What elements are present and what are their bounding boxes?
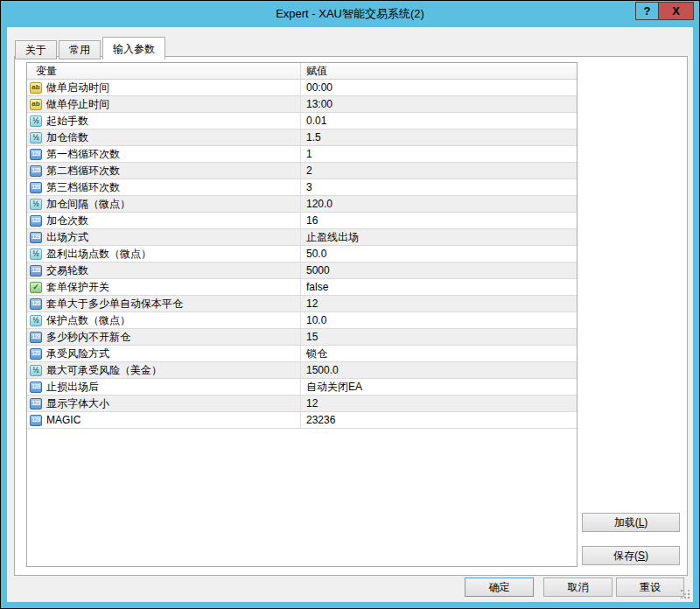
param-label: 套单大于多少单自动保本平仓: [46, 297, 183, 312]
param-label: 加仓倍数: [46, 130, 88, 145]
param-value[interactable]: 2: [300, 163, 577, 178]
param-label: 加仓间隔（微点）: [46, 197, 130, 212]
integer-icon: 123: [30, 182, 42, 193]
param-label: MAGIC: [46, 414, 80, 426]
param-value[interactable]: 止盈线出场: [300, 229, 577, 245]
param-value[interactable]: 3: [300, 179, 577, 195]
double-icon: ½: [30, 116, 42, 127]
param-value[interactable]: 1: [300, 146, 577, 162]
param-label: 起始手数: [46, 114, 88, 129]
close-button[interactable]: X: [658, 2, 694, 20]
param-value[interactable]: 自动关闭EA: [300, 379, 577, 395]
param-label: 显示字体大小: [46, 396, 109, 411]
string-icon: ab: [30, 82, 42, 94]
param-row[interactable]: ab 做单停止时间 13:00: [27, 96, 577, 113]
param-label: 最大可承受风险（美金）: [46, 363, 162, 378]
param-label: 盈利出场点数（微点）: [46, 247, 151, 262]
param-value[interactable]: 16: [300, 213, 577, 228]
tab-strip: 关于 常用 输入参数: [15, 37, 167, 60]
param-value[interactable]: 1.5: [300, 130, 577, 145]
param-row[interactable]: 123 第三档循环次数 3: [27, 179, 577, 196]
load-button[interactable]: 加载(L): [582, 513, 680, 532]
param-value[interactable]: 13:00: [300, 96, 577, 112]
tab-common[interactable]: 常用: [59, 40, 101, 60]
parameters-table: 变量 赋值 ab 做单启动时间 00:00 ab 做单停止时间 13:00 ½ …: [26, 62, 578, 567]
param-row[interactable]: ½ 盈利出场点数（微点） 50.0: [27, 246, 577, 262]
table-header: 变量 赋值: [27, 63, 577, 80]
param-label: 做单启动时间: [46, 80, 109, 95]
integer-icon: 123: [30, 215, 42, 227]
param-row[interactable]: 123 套单大于多少单自动保本平仓 12: [27, 296, 577, 312]
param-row[interactable]: ½ 保护点数（微点） 10.0: [27, 312, 577, 329]
param-value[interactable]: 0.01: [300, 113, 577, 129]
param-value[interactable]: 15: [300, 329, 577, 345]
param-value[interactable]: false: [300, 279, 577, 295]
param-value[interactable]: 12: [300, 296, 577, 312]
param-row[interactable]: 123 MAGIC 23236: [27, 412, 577, 429]
reset-button[interactable]: 重设: [616, 578, 684, 597]
param-label: 第二档循环次数: [46, 164, 120, 178]
param-value[interactable]: 1500.0: [300, 362, 577, 378]
param-label: 保护点数（微点）: [46, 313, 130, 328]
param-label: 第一档循环次数: [46, 147, 120, 162]
param-row[interactable]: ✓ 套单保护开关 false: [27, 279, 577, 296]
title-bar[interactable]: Expert - XAU智能交易系统(2) ? X: [1, 1, 699, 27]
column-header-value: 赋值: [300, 63, 577, 79]
inputs-tab-page: 变量 赋值 ab 做单启动时间 00:00 ab 做单停止时间 13:00 ½ …: [14, 56, 688, 576]
param-label: 套单保护开关: [46, 280, 109, 295]
save-button[interactable]: 保存(S): [582, 546, 680, 565]
param-row[interactable]: 123 交易轮数 5000: [27, 262, 577, 279]
param-label: 交易轮数: [46, 263, 88, 278]
tab-inputs[interactable]: 输入参数: [102, 37, 165, 60]
param-label: 第三档循环次数: [46, 180, 120, 195]
integer-icon: 123: [30, 398, 42, 410]
param-row[interactable]: 123 出场方式 止盈线出场: [27, 229, 577, 246]
integer-icon: 123: [30, 415, 42, 426]
double-icon: ½: [30, 365, 42, 376]
integer-icon: 123: [30, 382, 42, 393]
param-row[interactable]: ½ 最大可承受风险（美金） 1500.0: [27, 362, 577, 379]
integer-icon: 123: [30, 149, 42, 160]
integer-icon: 123: [30, 265, 42, 276]
bool-icon: ✓: [30, 282, 42, 293]
param-label: 加仓次数: [46, 214, 88, 228]
window-controls: ? X: [635, 2, 694, 20]
param-row[interactable]: 123 加仓次数 16: [27, 213, 577, 229]
dialog-body: 关于 常用 输入参数 变量 赋值 ab 做单启动时间 00:00 ab: [7, 27, 693, 602]
double-icon: ½: [30, 132, 42, 144]
param-value[interactable]: 12: [300, 396, 577, 411]
help-button[interactable]: ?: [635, 2, 658, 20]
param-row[interactable]: 123 第二档循环次数 2: [27, 163, 577, 179]
param-value[interactable]: 50.0: [300, 246, 577, 262]
param-value[interactable]: 5000: [300, 262, 577, 278]
double-icon: ½: [30, 248, 42, 260]
param-row[interactable]: ½ 起始手数 0.01: [27, 113, 577, 130]
param-row[interactable]: 123 承受风险方式 锁仓: [27, 346, 577, 362]
integer-icon: 123: [30, 298, 42, 310]
param-value[interactable]: 10.0: [300, 312, 577, 328]
ok-button[interactable]: 确定: [465, 578, 534, 597]
param-value[interactable]: 23236: [300, 412, 577, 428]
param-row[interactable]: ½ 加仓倍数 1.5: [27, 130, 577, 146]
param-row[interactable]: ab 做单启动时间 00:00: [27, 80, 577, 96]
double-icon: ½: [30, 199, 42, 210]
integer-icon: 123: [30, 332, 42, 343]
param-row[interactable]: 123 止损出场后 自动关闭EA: [27, 379, 577, 396]
help-icon: ?: [644, 4, 651, 18]
integer-icon: 123: [30, 232, 42, 243]
tab-about[interactable]: 关于: [15, 40, 57, 60]
window-title: Expert - XAU智能交易系统(2): [276, 6, 424, 22]
param-value[interactable]: 00:00: [300, 80, 577, 95]
param-label: 出场方式: [46, 230, 88, 245]
resize-grip[interactable]: [681, 590, 691, 600]
param-row[interactable]: 123 第一档循环次数 1: [27, 146, 577, 163]
integer-icon: 123: [30, 348, 42, 360]
column-header-variable: 变量: [27, 64, 300, 79]
param-row[interactable]: ½ 加仓间隔（微点） 120.0: [27, 196, 577, 213]
param-row[interactable]: 123 显示字体大小 12: [27, 396, 577, 412]
cancel-button[interactable]: 取消: [543, 578, 612, 597]
param-value[interactable]: 120.0: [300, 196, 577, 212]
param-value[interactable]: 锁仓: [300, 346, 577, 361]
param-row[interactable]: 123 多少秒内不开新仓 15: [27, 329, 577, 346]
param-label: 承受风险方式: [46, 346, 109, 361]
